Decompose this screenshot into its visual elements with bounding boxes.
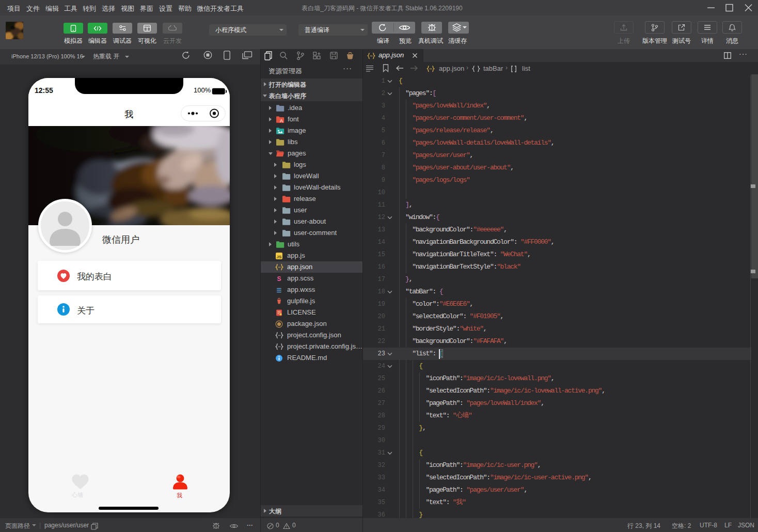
svg-text:A: A (280, 118, 283, 123)
svg-text:JS: JS (277, 255, 282, 259)
svg-text:S: S (277, 275, 281, 283)
svg-text:☰: ☰ (277, 287, 282, 293)
